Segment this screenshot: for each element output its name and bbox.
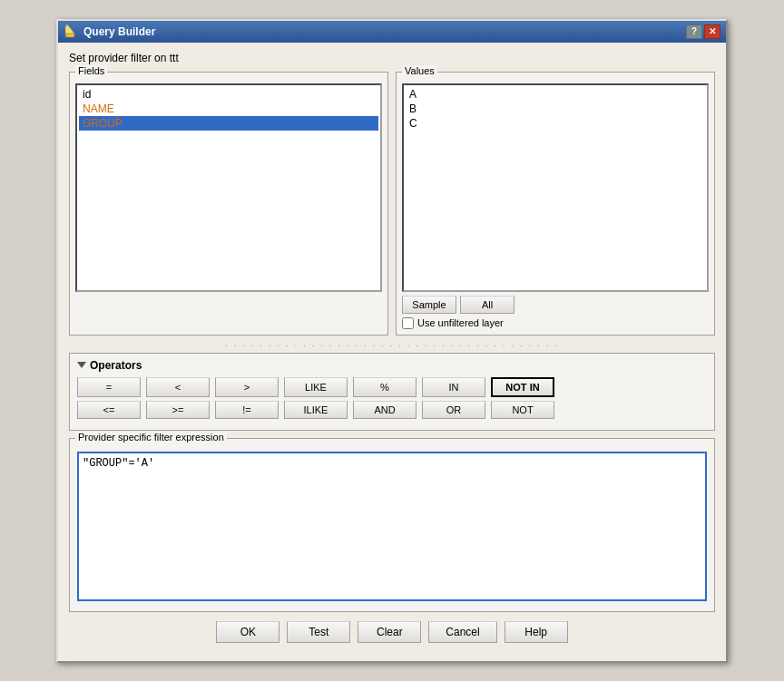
main-content: Set provider filter on ttt Fields id NAM… bbox=[58, 43, 726, 661]
op-gte[interactable]: >= bbox=[146, 401, 210, 419]
field-item-group[interactable]: GROUP bbox=[79, 116, 378, 131]
op-greater[interactable]: > bbox=[215, 377, 279, 397]
values-label: Values bbox=[402, 65, 437, 76]
titlebar-controls: ? ✕ bbox=[686, 24, 720, 39]
value-item-c[interactable]: C bbox=[406, 116, 705, 131]
value-item-a[interactable]: A bbox=[406, 87, 705, 102]
values-buttons: Sample All bbox=[402, 296, 709, 314]
op-neq[interactable]: != bbox=[215, 401, 279, 419]
op-less[interactable]: < bbox=[146, 377, 210, 397]
ok-button[interactable]: OK bbox=[216, 621, 279, 643]
close-titlebar-button[interactable]: ✕ bbox=[704, 24, 720, 39]
titlebar: Query Builder ? ✕ bbox=[58, 21, 726, 43]
operators-title: Operators bbox=[90, 359, 142, 372]
op-not[interactable]: NOT bbox=[491, 401, 554, 419]
sample-button[interactable]: Sample bbox=[402, 296, 456, 314]
field-item-id[interactable]: id bbox=[79, 87, 378, 102]
values-bottom: Sample All Use unfiltered layer bbox=[402, 296, 709, 329]
divider: · · · · · · · · · · · · · · · · · · · · … bbox=[69, 341, 715, 351]
op-ilike[interactable]: ILIKE bbox=[284, 401, 348, 419]
fields-panel: Fields id NAME GROUP bbox=[69, 72, 388, 336]
op-in[interactable]: IN bbox=[422, 377, 485, 397]
op-equals[interactable]: = bbox=[77, 377, 141, 397]
values-listbox[interactable]: A B C bbox=[402, 83, 709, 292]
clear-button[interactable]: Clear bbox=[358, 621, 421, 643]
filter-section: Provider specific filter expression "GRO… bbox=[69, 438, 715, 612]
op-or[interactable]: OR bbox=[422, 401, 485, 419]
svg-marker-2 bbox=[65, 24, 69, 26]
window-title: Query Builder bbox=[83, 25, 155, 38]
use-unfiltered-row: Use unfiltered layer bbox=[402, 317, 709, 329]
operators-header: Operators bbox=[77, 359, 707, 372]
op-percent[interactable]: % bbox=[353, 377, 416, 397]
subtitle-label: Set provider filter on ttt bbox=[69, 52, 715, 64]
op-lte[interactable]: <= bbox=[77, 401, 141, 419]
fields-listbox[interactable]: id NAME GROUP bbox=[75, 83, 382, 292]
collapse-icon[interactable] bbox=[77, 362, 86, 368]
op-and[interactable]: AND bbox=[353, 401, 416, 419]
test-button[interactable]: Test bbox=[287, 621, 350, 643]
svg-rect-3 bbox=[65, 35, 67, 37]
help-titlebar-button[interactable]: ? bbox=[686, 24, 702, 39]
all-button[interactable]: All bbox=[460, 296, 514, 314]
panels-row: Fields id NAME GROUP Values A B C Sample bbox=[69, 72, 715, 336]
titlebar-left: Query Builder bbox=[64, 24, 155, 39]
use-unfiltered-label: Use unfiltered layer bbox=[417, 317, 504, 328]
op-not-in[interactable]: NOT IN bbox=[491, 377, 554, 397]
filter-label: Provider specific filter expression bbox=[75, 432, 227, 443]
fields-label: Fields bbox=[75, 65, 107, 76]
query-builder-window: Query Builder ? ✕ Set provider filter on… bbox=[56, 19, 728, 663]
value-item-b[interactable]: B bbox=[406, 102, 705, 116]
operators-section: Operators = < > LIKE % IN NOT IN <= >= !… bbox=[69, 353, 715, 431]
help-button[interactable]: Help bbox=[505, 621, 568, 643]
field-item-name[interactable]: NAME bbox=[79, 102, 378, 116]
svg-marker-1 bbox=[65, 26, 74, 34]
use-unfiltered-checkbox[interactable] bbox=[402, 317, 414, 329]
cancel-button[interactable]: Cancel bbox=[428, 621, 496, 643]
bottom-buttons: OK Test Clear Cancel Help bbox=[69, 621, 715, 652]
op-like[interactable]: LIKE bbox=[284, 377, 348, 397]
filter-expression-input[interactable]: "GROUP"='A' bbox=[77, 452, 707, 601]
operators-row2: <= >= != ILIKE AND OR NOT bbox=[77, 401, 707, 419]
pencil-icon bbox=[64, 24, 78, 39]
operators-row1: = < > LIKE % IN NOT IN bbox=[77, 377, 707, 397]
values-panel: Values A B C Sample All Use unfiltered l… bbox=[396, 72, 715, 336]
